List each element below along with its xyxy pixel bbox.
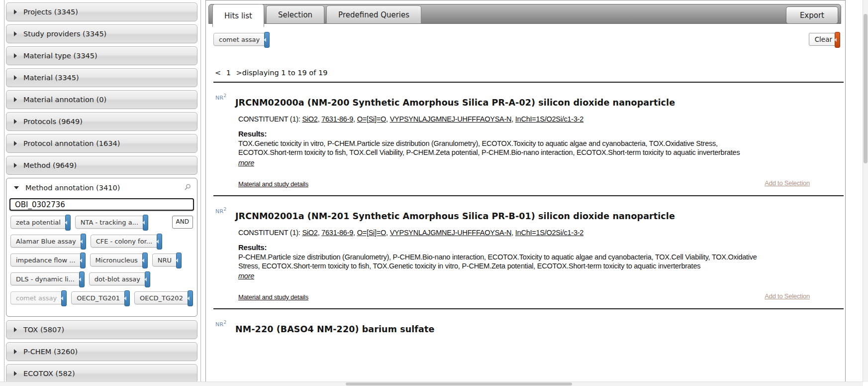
sidebar-item-projects-3345[interactable]: Projects (3345)	[6, 2, 197, 21]
add-to-selection-link[interactable]: Add to Selection	[765, 292, 810, 300]
facet-filter-chip-dot-blot-assay[interactable]: dot-blot assay	[89, 272, 148, 285]
facet-filter-chip-micronucleus[interactable]: Micronucleus	[90, 254, 146, 266]
chip-toggle-icon[interactable]	[145, 271, 150, 287]
chip-toggle-icon[interactable]	[188, 290, 193, 306]
vertical-scrollbar[interactable]	[863, 0, 868, 382]
sidebar-item-material-annotation-0[interactable]: Material annotation (0)	[6, 90, 197, 109]
page-left-border	[4, 0, 4, 382]
export-button[interactable]: Export	[786, 6, 838, 24]
constituent-link-inchi-1s-o2si-c1-3-2[interactable]: InChI=1S/O2Si/c1-3-2	[515, 229, 583, 237]
triangle-down-icon	[14, 186, 19, 189]
sidebar-item-protocol-annotation-1634[interactable]: Protocol annotation (1634)	[6, 134, 197, 153]
horizontal-scrollbar[interactable]	[0, 382, 863, 386]
facet-filter-chip-nta-tracking-a[interactable]: NTA - tracking a...	[75, 216, 146, 229]
chip-toggle-icon[interactable]	[80, 253, 86, 268]
chip-toggle-icon[interactable]	[176, 253, 182, 268]
triangle-right-icon	[14, 75, 17, 80]
facet-filter-chip-oecd-tg202[interactable]: OECD_TG202	[134, 291, 191, 304]
sidebar-item-protocols-9649[interactable]: Protocols (9649)	[6, 112, 197, 131]
sidebar-item-p-chem-3260[interactable]: P-CHEM (3260)	[6, 342, 197, 361]
hits-list: NR2 JRCNM02000a (NM-200 Synthetic Amorph…	[213, 82, 844, 354]
active-filter-chip-comet-assay[interactable]: comet assay	[213, 33, 268, 46]
tab-selection[interactable]: Selection	[266, 5, 324, 23]
add-to-selection-link[interactable]: Add to Selection	[765, 179, 810, 187]
chip-toggle-icon[interactable]	[264, 32, 270, 48]
sidebar-facet-label: Method annotation (3410)	[25, 184, 120, 192]
hit-card-header: NR2 NM-220 (BASO4 NM-220) barium sulfate	[215, 319, 844, 334]
sidebar-facet-label: ECOTOX (582)	[23, 370, 75, 378]
facet-chip-row: Alamar Blue assay CFE - colony for...	[10, 235, 193, 248]
facet-search-input[interactable]	[9, 198, 194, 211]
triangle-right-icon	[14, 349, 17, 354]
chip-toggle-icon[interactable]	[157, 234, 162, 250]
sidebar-facet-label: Material type (3345)	[23, 52, 97, 60]
pagination-prev[interactable]: <	[213, 69, 222, 77]
tab-predefined-queries[interactable]: Predefined Queries	[326, 5, 421, 23]
chip-toggle-icon[interactable]	[143, 215, 148, 231]
material-title: JRCNM02000a (NM-200 Synthetic Amorphous …	[235, 98, 675, 108]
triangle-right-icon	[14, 163, 17, 168]
facet-filter-chip-alamar-blue-assay[interactable]: Alamar Blue assay	[10, 235, 84, 248]
sidebar-facet-header-method-annotation[interactable]: Method annotation (3410)	[6, 178, 197, 197]
active-filter-chip-label: comet assay	[219, 36, 260, 43]
constituent-link-o-si-o[interactable]: O=[Si]=O	[357, 115, 386, 123]
pagination: < 1 >displaying 1 to 19 of 19	[213, 69, 845, 77]
chip-toggle-icon[interactable]	[81, 234, 86, 250]
pagination-page-1[interactable]: 1	[225, 69, 232, 77]
and-operator-button[interactable]: AND	[172, 216, 193, 229]
material-title: JRCNM02001a (NM-201 Synthetic Amorphous …	[235, 211, 675, 221]
magnifier-icon[interactable]	[184, 183, 191, 193]
constituent-link-inchi-1s-o2si-c1-3-2[interactable]: InChI=1S/O2Si/c1-3-2	[515, 115, 583, 123]
results-text: P-CHEM.Particle size distribution (Granu…	[238, 253, 765, 271]
facet-filter-chip-label: OECD_TG202	[140, 294, 183, 302]
sidebar-item-material-type-3345[interactable]: Material type (3345)	[6, 46, 197, 65]
facet-filter-chip-nru[interactable]: NRU	[152, 254, 180, 266]
vertical-scrollbar-thumb[interactable]	[864, 14, 868, 163]
constituent-line: CONSTITUENT (1): SiO2, 7631-86-9, O=[Si]…	[238, 115, 824, 123]
facet-filter-chip-zeta-potential[interactable]: zeta potential	[10, 216, 69, 229]
sidebar-item-tox-5807[interactable]: TOX (5807)	[6, 320, 197, 339]
clear-toggle-icon[interactable]	[835, 32, 840, 48]
constituent-link-vypsynlajgmnej-uhfffaoysa-n[interactable]: VYPSYNLAJGMNEJ-UHFFFAOYSA-N	[390, 115, 512, 123]
constituent-link-o-si-o[interactable]: O=[Si]=O	[357, 229, 386, 237]
chip-toggle-icon[interactable]	[79, 271, 85, 287]
triangle-right-icon	[14, 327, 17, 332]
facet-filter-chip-impedance-flow[interactable]: impedance flow ...	[10, 254, 84, 266]
facet-filter-chip-oecd-tg201[interactable]: OECD_TG201	[71, 291, 128, 304]
constituent-link-vypsynlajgmnej-uhfffaoysa-n[interactable]: VYPSYNLAJGMNEJ-UHFFFAOYSA-N	[390, 229, 512, 237]
facet-chip-row: zeta potential NTA - tracking a... AND	[10, 216, 193, 229]
sidebar-item-material-3345[interactable]: Material (3345)	[6, 68, 197, 87]
tab-hits-list[interactable]: Hits list	[212, 4, 264, 27]
triangle-right-icon	[14, 31, 17, 36]
facet-filter-chip-label: Alamar Blue assay	[16, 238, 76, 245]
material-study-details-link[interactable]: Material and study details	[238, 180, 308, 188]
facet-filter-chip-label: NTA - tracking a...	[81, 219, 138, 226]
chip-toggle-icon[interactable]	[65, 215, 71, 231]
more-link[interactable]: more	[238, 159, 254, 167]
material-study-details-link[interactable]: Material and study details	[238, 293, 308, 301]
constituent-link-7631-86-9[interactable]: 7631-86-9	[321, 115, 353, 123]
pagination-next[interactable]: >	[235, 69, 242, 77]
facet-filter-chip-cfe-colony-for[interactable]: CFE - colony for...	[91, 235, 161, 248]
chip-toggle-icon[interactable]	[142, 253, 148, 268]
facet-filter-chip-comet-assay[interactable]: comet assay	[10, 291, 65, 304]
sidebar-item-method-9649[interactable]: Method (9649)	[6, 156, 197, 175]
nr2-logo: NR2	[215, 207, 228, 215]
horizontal-scrollbar-thumb[interactable]	[346, 383, 572, 386]
chip-toggle-icon[interactable]	[124, 290, 130, 306]
facet-method-annotation-expanded: Method annotation (3410) zeta potential …	[6, 178, 197, 317]
facet-filter-chip-dls-dynamic-li[interactable]: DLS - dynamic li...	[10, 272, 83, 285]
hit-card-header: NR2 JRCNM02001a (NM-201 Synthetic Amorph…	[215, 206, 844, 221]
constituent-link-sio2[interactable]: SiO2	[302, 229, 317, 237]
more-link[interactable]: more	[238, 272, 254, 280]
constituent-link-7631-86-9[interactable]: 7631-86-9	[321, 229, 353, 237]
hit-card: NR2 NM-220 (BASO4 NM-220) barium sulfate	[213, 308, 844, 354]
sidebar-item-ecotox-582[interactable]: ECOTOX (582)	[6, 364, 197, 383]
triangle-right-icon	[14, 97, 17, 102]
triangle-right-icon	[14, 53, 17, 58]
clear-filters-button[interactable]: Clear	[809, 33, 838, 46]
constituent-link-sio2[interactable]: SiO2	[302, 115, 317, 123]
sidebar-facet-label: TOX (5807)	[23, 326, 64, 334]
chip-toggle-icon[interactable]	[61, 290, 67, 306]
sidebar-item-study-providers-3345[interactable]: Study providers (3345)	[6, 24, 197, 43]
